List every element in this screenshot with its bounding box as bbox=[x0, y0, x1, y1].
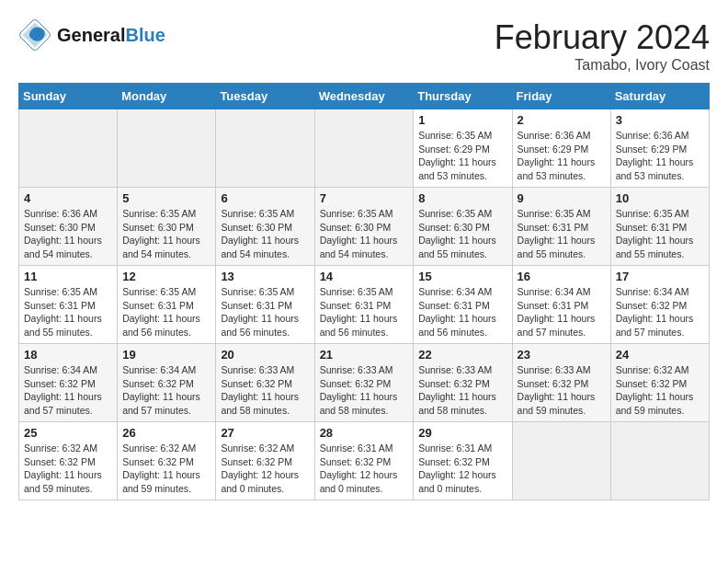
day-number: 1 bbox=[418, 113, 506, 127]
calendar-cell: 19Sunrise: 6:34 AMSunset: 6:32 PMDayligh… bbox=[118, 344, 216, 422]
day-number: 22 bbox=[418, 348, 506, 362]
calendar-cell: 11Sunrise: 6:35 AMSunset: 6:31 PMDayligh… bbox=[19, 266, 118, 344]
calendar-cell: 8Sunrise: 6:35 AMSunset: 6:30 PMDaylight… bbox=[414, 188, 512, 266]
calendar-cell: 24Sunrise: 6:32 AMSunset: 6:32 PMDayligh… bbox=[610, 344, 709, 422]
day-info: Sunrise: 6:32 AMSunset: 6:32 PMDaylight:… bbox=[221, 442, 309, 496]
calendar-cell: 12Sunrise: 6:35 AMSunset: 6:31 PMDayligh… bbox=[118, 266, 216, 344]
calendar-cell: 18Sunrise: 6:34 AMSunset: 6:32 PMDayligh… bbox=[19, 344, 118, 422]
day-info: Sunrise: 6:34 AMSunset: 6:32 PMDaylight:… bbox=[122, 363, 210, 418]
calendar-cell: 3Sunrise: 6:36 AMSunset: 6:29 PMDaylight… bbox=[610, 109, 709, 188]
day-info: Sunrise: 6:35 AMSunset: 6:31 PMDaylight:… bbox=[616, 207, 704, 261]
calendar-cell: 20Sunrise: 6:33 AMSunset: 6:32 PMDayligh… bbox=[216, 344, 314, 422]
day-info: Sunrise: 6:35 AMSunset: 6:30 PMDaylight:… bbox=[418, 207, 506, 261]
calendar-cell: 10Sunrise: 6:35 AMSunset: 6:31 PMDayligh… bbox=[610, 188, 709, 266]
calendar-cell: 13Sunrise: 6:35 AMSunset: 6:31 PMDayligh… bbox=[216, 266, 314, 344]
day-number: 11 bbox=[24, 270, 112, 283]
calendar-cell: 5Sunrise: 6:35 AMSunset: 6:30 PMDaylight… bbox=[118, 188, 216, 266]
day-info: Sunrise: 6:35 AMSunset: 6:31 PMDaylight:… bbox=[221, 285, 309, 339]
day-info: Sunrise: 6:31 AMSunset: 6:32 PMDaylight:… bbox=[418, 442, 506, 496]
day-number: 26 bbox=[122, 426, 210, 440]
calendar-cell: 15Sunrise: 6:34 AMSunset: 6:31 PMDayligh… bbox=[414, 266, 512, 344]
calendar-cell bbox=[216, 109, 314, 188]
day-number: 18 bbox=[24, 348, 112, 362]
day-info: Sunrise: 6:33 AMSunset: 6:32 PMDaylight:… bbox=[320, 363, 409, 418]
day-number: 16 bbox=[518, 270, 606, 283]
header-monday: Monday bbox=[118, 84, 216, 109]
calendar-cell: 29Sunrise: 6:31 AMSunset: 6:32 PMDayligh… bbox=[414, 422, 512, 500]
day-info: Sunrise: 6:34 AMSunset: 6:31 PMDaylight:… bbox=[418, 285, 506, 339]
week-row-5: 25Sunrise: 6:32 AMSunset: 6:32 PMDayligh… bbox=[19, 422, 710, 500]
day-info: Sunrise: 6:35 AMSunset: 6:31 PMDaylight:… bbox=[518, 207, 606, 261]
day-info: Sunrise: 6:35 AMSunset: 6:29 PMDaylight:… bbox=[418, 129, 506, 183]
day-info: Sunrise: 6:31 AMSunset: 6:32 PMDaylight:… bbox=[320, 442, 409, 496]
day-number: 14 bbox=[320, 270, 409, 283]
calendar-cell: 6Sunrise: 6:35 AMSunset: 6:30 PMDaylight… bbox=[216, 188, 314, 266]
day-info: Sunrise: 6:36 AMSunset: 6:29 PMDaylight:… bbox=[518, 129, 606, 183]
calendar-cell: 4Sunrise: 6:36 AMSunset: 6:30 PMDaylight… bbox=[19, 188, 118, 266]
day-number: 9 bbox=[518, 191, 606, 205]
header-tuesday: Tuesday bbox=[216, 84, 314, 109]
calendar-cell: 23Sunrise: 6:33 AMSunset: 6:32 PMDayligh… bbox=[512, 344, 610, 422]
day-info: Sunrise: 6:32 AMSunset: 6:32 PMDaylight:… bbox=[616, 363, 704, 418]
day-number: 17 bbox=[616, 270, 704, 283]
day-info: Sunrise: 6:35 AMSunset: 6:31 PMDaylight:… bbox=[122, 285, 210, 339]
title-block: February 2024 Tamabo, Ivory Coast bbox=[495, 18, 710, 74]
calendar-cell: 17Sunrise: 6:34 AMSunset: 6:32 PMDayligh… bbox=[610, 266, 709, 344]
calendar-cell: 25Sunrise: 6:32 AMSunset: 6:32 PMDayligh… bbox=[19, 422, 118, 500]
week-row-2: 4Sunrise: 6:36 AMSunset: 6:30 PMDaylight… bbox=[19, 188, 710, 266]
calendar-cell bbox=[610, 422, 709, 500]
day-number: 15 bbox=[418, 270, 506, 283]
calendar-cell: 16Sunrise: 6:34 AMSunset: 6:31 PMDayligh… bbox=[512, 266, 610, 344]
calendar-cell bbox=[118, 109, 216, 188]
calendar-cell bbox=[512, 422, 610, 500]
day-info: Sunrise: 6:35 AMSunset: 6:30 PMDaylight:… bbox=[320, 207, 409, 261]
day-number: 25 bbox=[24, 426, 112, 440]
day-number: 6 bbox=[221, 191, 309, 205]
day-info: Sunrise: 6:34 AMSunset: 6:32 PMDaylight:… bbox=[24, 363, 112, 418]
calendar-cell: 2Sunrise: 6:36 AMSunset: 6:29 PMDaylight… bbox=[512, 109, 610, 188]
day-number: 3 bbox=[616, 113, 704, 127]
day-number: 2 bbox=[518, 113, 606, 127]
calendar-cell: 21Sunrise: 6:33 AMSunset: 6:32 PMDayligh… bbox=[314, 344, 414, 422]
calendar-cell: 1Sunrise: 6:35 AMSunset: 6:29 PMDaylight… bbox=[414, 109, 512, 188]
day-info: Sunrise: 6:33 AMSunset: 6:32 PMDaylight:… bbox=[221, 363, 309, 418]
page-subtitle: Tamabo, Ivory Coast bbox=[495, 57, 710, 74]
calendar-cell: 26Sunrise: 6:32 AMSunset: 6:32 PMDayligh… bbox=[118, 422, 216, 500]
day-number: 19 bbox=[122, 348, 210, 362]
day-info: Sunrise: 6:36 AMSunset: 6:29 PMDaylight:… bbox=[616, 129, 704, 183]
day-number: 28 bbox=[320, 426, 409, 440]
day-info: Sunrise: 6:36 AMSunset: 6:30 PMDaylight:… bbox=[24, 207, 112, 261]
day-number: 24 bbox=[616, 348, 704, 362]
logo-icon bbox=[18, 18, 51, 52]
calendar-table: SundayMondayTuesdayWednesdayThursdayFrid… bbox=[18, 83, 710, 500]
day-number: 4 bbox=[24, 191, 112, 205]
day-number: 12 bbox=[122, 270, 210, 283]
day-number: 13 bbox=[221, 270, 309, 283]
day-info: Sunrise: 6:35 AMSunset: 6:30 PMDaylight:… bbox=[122, 207, 210, 261]
week-row-1: 1Sunrise: 6:35 AMSunset: 6:29 PMDaylight… bbox=[19, 109, 710, 188]
day-number: 29 bbox=[418, 426, 506, 440]
calendar-cell: 22Sunrise: 6:33 AMSunset: 6:32 PMDayligh… bbox=[414, 344, 512, 422]
day-info: Sunrise: 6:35 AMSunset: 6:31 PMDaylight:… bbox=[320, 285, 409, 339]
calendar-cell: 14Sunrise: 6:35 AMSunset: 6:31 PMDayligh… bbox=[314, 266, 414, 344]
day-number: 21 bbox=[320, 348, 409, 362]
day-number: 10 bbox=[616, 191, 704, 205]
page-title: February 2024 bbox=[495, 18, 710, 57]
day-number: 5 bbox=[122, 191, 210, 205]
day-info: Sunrise: 6:35 AMSunset: 6:30 PMDaylight:… bbox=[221, 207, 309, 261]
calendar-cell: 7Sunrise: 6:35 AMSunset: 6:30 PMDaylight… bbox=[314, 188, 414, 266]
logo-text: GeneralBlue bbox=[57, 25, 165, 45]
header-thursday: Thursday bbox=[414, 84, 512, 109]
calendar-cell bbox=[314, 109, 414, 188]
day-number: 20 bbox=[221, 348, 309, 362]
day-info: Sunrise: 6:34 AMSunset: 6:31 PMDaylight:… bbox=[518, 285, 606, 339]
header-saturday: Saturday bbox=[610, 84, 709, 109]
week-row-4: 18Sunrise: 6:34 AMSunset: 6:32 PMDayligh… bbox=[19, 344, 710, 422]
week-row-3: 11Sunrise: 6:35 AMSunset: 6:31 PMDayligh… bbox=[19, 266, 710, 344]
page-header: GeneralBlue February 2024 Tamabo, Ivory … bbox=[18, 18, 710, 74]
header-sunday: Sunday bbox=[19, 84, 118, 109]
day-info: Sunrise: 6:33 AMSunset: 6:32 PMDaylight:… bbox=[418, 363, 506, 418]
calendar-cell: 9Sunrise: 6:35 AMSunset: 6:31 PMDaylight… bbox=[512, 188, 610, 266]
calendar-header-row: SundayMondayTuesdayWednesdayThursdayFrid… bbox=[19, 84, 710, 109]
day-number: 23 bbox=[518, 348, 606, 362]
